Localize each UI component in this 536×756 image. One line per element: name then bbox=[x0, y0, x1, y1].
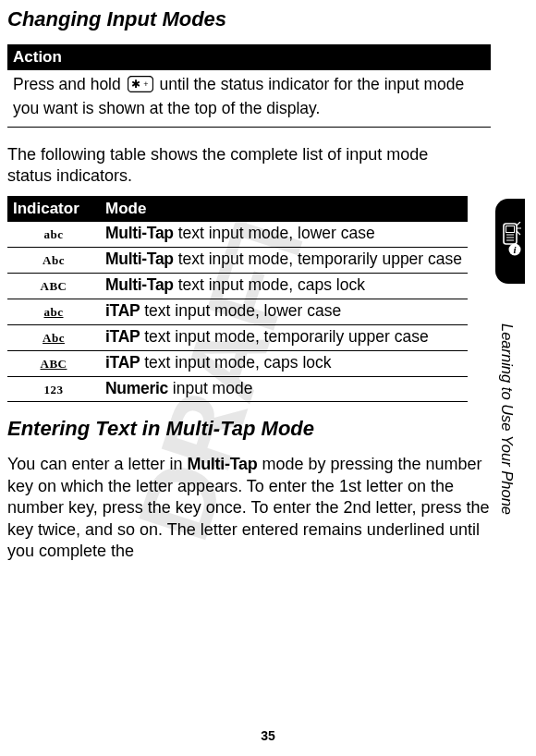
svg-rect-5 bbox=[506, 226, 515, 233]
indicator-cell: Abc bbox=[7, 324, 100, 350]
table-row: abcMulti-Tap text input mode, lower case bbox=[7, 222, 468, 247]
table-row: AbcMulti-Tap text input mode, temporaril… bbox=[7, 248, 468, 274]
mode-bold-label: Multi-Tap bbox=[105, 250, 174, 268]
indicator-label: abc bbox=[44, 305, 64, 319]
indicator-cell: ABC bbox=[7, 274, 100, 299]
mode-bold-label: iTAP bbox=[105, 301, 140, 320]
svg-text:+: + bbox=[143, 79, 148, 89]
indicator-label: ABC bbox=[41, 357, 67, 371]
svg-text:✱: ✱ bbox=[131, 78, 140, 91]
action-table: Action Press and hold ✱+ until the statu… bbox=[7, 44, 491, 128]
indicator-cell: abc bbox=[7, 222, 100, 247]
action-header: Action bbox=[7, 44, 491, 70]
sidebar: i Learning to Use Your Phone bbox=[488, 199, 525, 661]
action-text-before: Press and hold bbox=[13, 75, 126, 93]
mode-cell: Multi-Tap text input mode, caps lock bbox=[100, 274, 468, 299]
page-number: 35 bbox=[261, 728, 275, 743]
mode-header: Mode bbox=[100, 196, 468, 222]
body-bold: Multi-Tap bbox=[187, 455, 257, 473]
heading-changing-input-modes: Changing Input Modes bbox=[7, 7, 469, 31]
heading-entering-text: Entering Text in Multi-Tap Mode bbox=[7, 417, 469, 441]
mode-rest-label: text input mode, lower case bbox=[140, 301, 341, 320]
table-row: ABCMulti-Tap text input mode, caps lock bbox=[7, 274, 468, 299]
mode-cell: Multi-Tap text input mode, temporarily u… bbox=[100, 248, 468, 274]
mode-cell: iTAP text input mode, lower case bbox=[100, 299, 468, 324]
table-row: ABCiTAP text input mode, caps lock bbox=[7, 350, 468, 376]
sidebar-tab: i bbox=[495, 199, 525, 284]
mode-bold-label: Multi-Tap bbox=[105, 224, 174, 242]
action-cell: Press and hold ✱+ until the status indic… bbox=[7, 70, 491, 127]
indicator-cell: 123 bbox=[7, 376, 100, 402]
mode-bold-label: iTAP bbox=[105, 327, 140, 346]
table-row: AbciTAP text input mode, temporarily upp… bbox=[7, 324, 468, 350]
indicator-header: Indicator bbox=[7, 196, 100, 222]
table-row: abciTAP text input mode, lower case bbox=[7, 299, 468, 324]
mode-cell: Multi-Tap text input mode, lower case bbox=[100, 222, 468, 247]
star-key-icon: ✱+ bbox=[128, 76, 153, 98]
indicator-cell: ABC bbox=[7, 350, 100, 376]
mode-rest-label: text input mode, temporarily upper case bbox=[174, 250, 462, 268]
mode-rest-label: text input mode, temporarily upper case bbox=[140, 327, 428, 346]
mode-cell: iTAP text input mode, temporarily upper … bbox=[100, 324, 468, 350]
mode-rest-label: text input mode, caps lock bbox=[174, 275, 365, 294]
mode-rest-label: input mode bbox=[168, 379, 252, 397]
phone-info-icon: i bbox=[499, 222, 521, 261]
indicator-cell: Abc bbox=[7, 248, 100, 274]
indicator-label: Abc bbox=[43, 331, 65, 345]
indicator-label: 123 bbox=[44, 383, 64, 396]
mode-cell: iTAP text input mode, caps lock bbox=[100, 350, 468, 376]
indicator-label: abc bbox=[44, 227, 64, 241]
body-before: You can enter a letter in bbox=[7, 455, 187, 473]
indicator-cell: abc bbox=[7, 299, 100, 324]
table-row: 123Numeric input mode bbox=[7, 376, 468, 402]
indicator-label: Abc bbox=[43, 253, 65, 267]
mode-bold-label: iTAP bbox=[105, 353, 140, 372]
body-text: You can enter a letter in Multi-Tap mode… bbox=[7, 454, 497, 562]
mode-bold-label: Numeric bbox=[105, 379, 168, 397]
mode-bold-label: Multi-Tap bbox=[105, 275, 174, 294]
sidebar-chapter-title: Learning to Use Your Phone bbox=[498, 323, 516, 515]
indicator-label: ABC bbox=[41, 279, 67, 293]
following-text: The following table shows the complete l… bbox=[7, 144, 469, 188]
mode-rest-label: text input mode, lower case bbox=[174, 224, 375, 242]
mode-cell: Numeric input mode bbox=[100, 376, 468, 402]
indicator-table: Indicator Mode abcMulti-Tap text input m… bbox=[7, 196, 468, 402]
mode-rest-label: text input mode, caps lock bbox=[140, 353, 331, 372]
